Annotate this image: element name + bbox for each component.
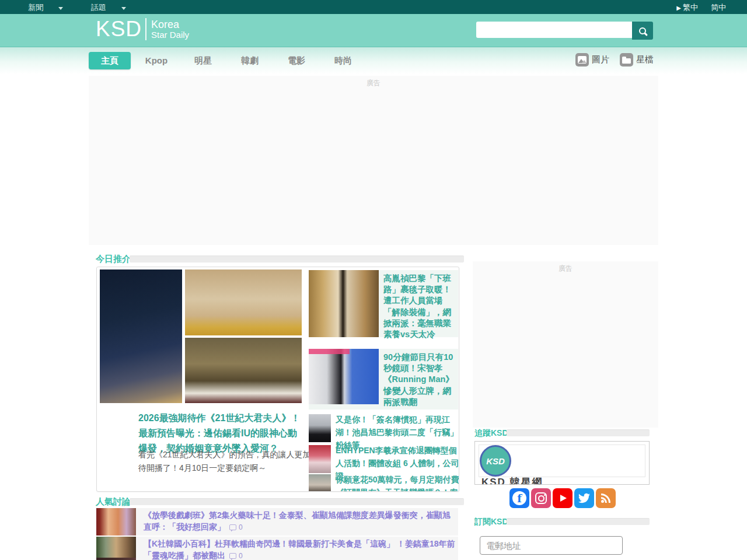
discussion-list-item-partial-thumbnail: [96, 558, 136, 560]
today-section-heading: 今日推介: [96, 254, 131, 265]
ad-label: 廣告: [558, 264, 573, 274]
discussions-section-heading: 人氣討論: [96, 496, 131, 508]
article-thumbnail: [96, 508, 136, 536]
active-language-marker-icon: ▶: [676, 5, 681, 11]
chevron-down-icon: [58, 7, 63, 10]
comment-count: 0: [239, 552, 243, 560]
discussion-list-item[interactable]: 【K社韓國小百科】杜拜軟糯曲奇閃邊！韓國最新打卡美食是「這碗」 ！姜鎬童18年前…: [96, 537, 458, 560]
logo-divider: [145, 18, 146, 40]
tab-kpop[interactable]: Kpop: [135, 52, 177, 69]
tab-movies[interactable]: 電影: [275, 52, 317, 69]
featured-image-bottom-right[interactable]: [185, 338, 302, 403]
featured-image-night-scene[interactable]: [100, 270, 182, 403]
sidebar-ad-slot: 廣告: [473, 261, 658, 428]
youtube-icon[interactable]: [553, 488, 573, 508]
discussion-list-item[interactable]: 《放學後戲劇班》第2集火藥味十足！金泰梨、崔顯旭備課態度差異爆發衝突，崔顯旭直呼…: [96, 508, 458, 536]
article-thumbnail: [309, 414, 331, 442]
search-button[interactable]: [632, 22, 653, 40]
article-title: 高胤禎巴黎「下班路」裹毯子取暖！遭工作人員當場「解除裝備」，網掀兩派：毫無職業素…: [383, 273, 456, 340]
menu-topics[interactable]: 話題: [91, 2, 126, 13]
article-thumbnail: [96, 537, 136, 560]
article-thumbnail: [309, 445, 331, 473]
follow-section-heading: 追蹤KSD: [474, 428, 508, 439]
facebook-page-widget[interactable]: KSD KSD 韓星網: [474, 441, 650, 485]
search-bar: [476, 22, 653, 40]
logo-ksd-text: KSD: [96, 18, 142, 41]
menu-topics-label: 話題: [91, 2, 106, 13]
section-heading-bar: [130, 256, 464, 262]
nav-pictures[interactable]: 圖片: [575, 53, 609, 66]
facebook-page-name: KSD 韓星網: [481, 475, 543, 485]
search-input[interactable]: [476, 22, 632, 38]
picture-icon: [575, 53, 589, 66]
featured-image-top-right[interactable]: [185, 270, 302, 335]
today-article[interactable]: 90分鐘節目只有10秒鏡頭！宋智孝《Running Man》慘變人形立牌，網兩派…: [309, 349, 458, 410]
search-icon: [639, 27, 646, 34]
tab-kdrama[interactable]: 韓劇: [229, 52, 271, 69]
top-ad-slot: 廣告: [89, 76, 658, 245]
language-simplified-chinese[interactable]: 简中: [711, 2, 726, 13]
main-navigation: 主頁 Kpop 明星 韓劇 電影 時尚 圖片 星檔: [0, 47, 747, 74]
article-thumbnail: [309, 270, 379, 337]
logo-korea-text: Korea: [151, 19, 189, 30]
menu-news-label: 新聞: [28, 2, 43, 13]
today-article[interactable]: 高胤禎巴黎「下班路」裹毯子取暖！遭工作人員當場「解除裝備」，網掀兩派：毫無職業素…: [309, 270, 458, 337]
logo-stardaily-text: Star Daily: [151, 30, 189, 40]
menu-news[interactable]: 新聞: [28, 2, 63, 13]
twitter-icon[interactable]: [574, 488, 594, 508]
comment-icon: [229, 553, 236, 559]
language-trad-label: 繁中: [683, 2, 698, 13]
chevron-down-icon: [121, 7, 126, 10]
article-title: 90分鐘節目只有10秒鏡頭！宋智孝《Running Man》慘變人形立牌，網兩派…: [383, 352, 456, 408]
tab-fashion[interactable]: 時尚: [322, 52, 364, 69]
rss-icon[interactable]: [596, 488, 616, 508]
article-title: 你願意花50萬韓元，每月定期付費《訂閱男友》天天談戀愛嗎？！客製: [336, 473, 459, 492]
comment-count: 0: [239, 523, 243, 531]
section-heading-bar: [507, 518, 650, 525]
nav-star-profiles-label: 星檔: [636, 54, 654, 65]
tab-stars[interactable]: 明星: [182, 52, 224, 69]
subscribe-section-heading: 訂閱KSD: [474, 517, 508, 527]
section-heading-bar: [130, 498, 464, 505]
today-featured-card: 2026最強期待作《21世紀大君夫人》！最新預告曝光：邊佑錫看IU的眼神心動爆發…: [96, 267, 459, 492]
article-title: 【K社韓國小百科】杜拜軟糯曲奇閃邊！韓國最新打卡美食是「這碗」 ！姜鎬童18年前…: [144, 539, 455, 560]
instagram-icon[interactable]: [531, 488, 551, 508]
article-thumbnail: [309, 474, 331, 492]
nav-pictures-label: 圖片: [592, 54, 609, 65]
nav-star-profiles[interactable]: 星檔: [620, 53, 654, 66]
site-logo[interactable]: KSD Korea Star Daily: [96, 18, 189, 41]
folder-icon: [620, 53, 633, 66]
tab-home[interactable]: 主頁: [89, 52, 131, 69]
article-thumbnail: [309, 349, 379, 404]
ad-label: 廣告: [366, 78, 381, 88]
top-utility-bar: 新聞 話題 ▶ 繁中 简中: [0, 0, 747, 14]
section-heading-bar: [507, 429, 650, 436]
language-simp-label: 简中: [711, 2, 726, 13]
article-title: 《放學後戲劇班》第2集火藥味十足！金泰梨、崔顯旭備課態度差異爆發衝突，崔顯旭直呼…: [144, 510, 451, 531]
email-field[interactable]: [480, 536, 623, 555]
comment-icon: [229, 524, 236, 530]
ksd-avatar: KSD: [480, 445, 511, 477]
facebook-icon[interactable]: [509, 488, 529, 508]
featured-article-summary: 看完《21世紀大君夫人》的預告，真的讓人更加期待開播了！4月10日一定要鎖定啊～: [138, 448, 319, 475]
language-traditional-chinese[interactable]: ▶ 繁中: [676, 2, 698, 13]
